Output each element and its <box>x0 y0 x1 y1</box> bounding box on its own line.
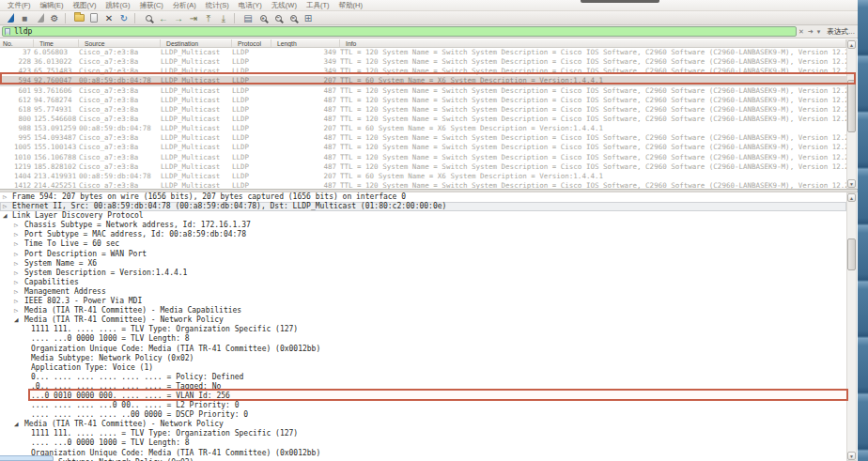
packet-row-988[interactable]: 988153.09125900:a8:59:db:04:78LLDP_Multi… <box>0 124 846 133</box>
menu-item-7[interactable]: 电话(Y) <box>234 0 267 10</box>
zoom-100-icon[interactable]: = <box>287 12 301 24</box>
menu-item-2[interactable]: 视图(V) <box>69 0 101 10</box>
collapse-icon[interactable]: ◢ <box>3 211 8 221</box>
detail-line-17[interactable]: Media Subtype: Network Policy (0x02) <box>0 354 846 363</box>
menu-item-0[interactable]: 文件(F) <box>3 0 36 10</box>
detail-line-16[interactable]: Organization Unique Code: Media (TIA TR-… <box>0 345 846 354</box>
capture-options-icon[interactable]: ⚙ <box>48 12 62 24</box>
packet-row-37[interactable]: 376.056803Cisco_a7:e3:8aLLDP_MulticastLL… <box>0 48 846 57</box>
packet-row-618[interactable]: 61895.774931Cisco_a7:e3:8aLLDP_Multicast… <box>0 105 846 115</box>
scroll-up-icon[interactable]: ▲ <box>847 40 856 49</box>
column-header-protocol[interactable]: Protocol <box>232 39 271 47</box>
packet-row-800[interactable]: 800125.546608Cisco_a7:e3:8aLLDP_Multicas… <box>0 115 846 124</box>
expand-icon[interactable]: ▷ <box>14 239 18 249</box>
detail-line-24[interactable]: ◢Media (TIA TR-41 Committee) - Network P… <box>0 420 846 429</box>
packet-list-scrollbar[interactable]: ▲ ▼ <box>846 39 857 189</box>
scroll-down-icon[interactable]: ▼ <box>847 179 856 188</box>
menu-item-10[interactable]: 帮助(H) <box>334 0 367 10</box>
scrollbar-thumb[interactable] <box>847 80 856 132</box>
detail-line-26[interactable]: .... ...0 0000 1000 = TLV Length: 8 <box>0 438 846 448</box>
detail-line-12[interactable]: ▷Media (TIA TR-41 Committee) - Media Cap… <box>0 306 846 315</box>
expand-icon[interactable]: ▷ <box>14 230 18 239</box>
detail-line-8[interactable]: ▷System Description = Version:1.4.4.1 <box>0 269 846 278</box>
expand-icon[interactable]: ▷ <box>14 278 18 287</box>
packet-row-612[interactable]: 61294.768274Cisco_a7:e3:8aLLDP_Multicast… <box>0 96 846 105</box>
scrollbar-thumb[interactable] <box>847 238 856 270</box>
restart-capture-icon[interactable] <box>33 12 47 24</box>
expand-icon[interactable]: ▷ <box>14 269 18 278</box>
zoom-out-icon[interactable]: − <box>271 12 286 24</box>
open-file-icon[interactable] <box>72 12 86 24</box>
detail-line-15[interactable]: .... ...0 0000 1000 = TLV Length: 8 <box>0 334 846 344</box>
reload-icon[interactable]: ↻ <box>117 12 132 24</box>
filter-add-button[interactable]: + <box>834 27 845 37</box>
go-to-last-icon[interactable]: ⤓ <box>217 12 231 24</box>
display-filter-input[interactable]: lldp <box>2 26 797 37</box>
detail-line-10[interactable]: ▷Management Address <box>0 287 846 297</box>
collapse-icon[interactable]: ◢ <box>14 420 19 429</box>
expand-icon[interactable]: ▷ <box>14 221 18 230</box>
detail-line-7[interactable]: ▷System Name = X6 <box>0 259 846 269</box>
detail-line-3[interactable]: ▷Chassis Subtype = Network address, Id: … <box>0 221 846 230</box>
menu-item-6[interactable]: 统计(S) <box>201 0 234 10</box>
zoom-in-icon[interactable]: + <box>256 12 271 24</box>
find-packet-icon[interactable] <box>142 12 156 24</box>
menu-item-4[interactable]: 捕获(C) <box>134 0 167 10</box>
go-forward-icon[interactable]: → <box>172 12 186 24</box>
detail-line-18[interactable]: Application Type: Voice (1) <box>0 363 846 373</box>
menu-item-8[interactable]: 无线(W) <box>267 0 302 10</box>
expand-icon[interactable]: ▷ <box>3 202 7 211</box>
detail-line-28[interactable]: Media Subtype: Network Policy (0x02) <box>0 458 846 461</box>
menu-item-1[interactable]: 编辑(E) <box>36 0 69 10</box>
menu-item-5[interactable]: 分析(A) <box>168 0 201 10</box>
menu-item-9[interactable]: 工具(T) <box>302 0 334 10</box>
detail-line-11[interactable]: ▷IEEE 802.3 - Power Via MDI <box>0 297 846 306</box>
packet-row-601[interactable]: 60193.761606Cisco_a7:e3:8aLLDP_Multicast… <box>0 86 846 96</box>
details-scrollbar[interactable]: ▲ ▼ <box>846 192 857 461</box>
expand-icon[interactable]: ▷ <box>14 250 18 259</box>
collapse-icon[interactable]: ◢ <box>14 315 19 325</box>
expand-icon[interactable]: ▷ <box>14 287 18 297</box>
filter-clear-icon[interactable]: ✕ <box>797 26 806 37</box>
column-header-length[interactable]: Length <box>271 39 340 47</box>
packet-row-995[interactable]: 995154.093487Cisco_a7:e3:8aLLDP_Multicas… <box>0 133 846 143</box>
detail-line-13[interactable]: ◢Media (TIA TR-41 Committee) - Network P… <box>0 315 846 325</box>
close-file-icon[interactable]: ✕ <box>102 12 116 24</box>
save-file-icon[interactable] <box>87 12 101 24</box>
detail-line-4[interactable]: ▷Port Subtype = MAC address, Id: 00:a8:5… <box>0 230 846 239</box>
detail-line-25[interactable]: 1111 111. .... .... = TLV Type: Organiza… <box>0 429 846 438</box>
detail-line-22[interactable]: .... .... .... ...0 00.. .... = L2 Prior… <box>0 401 846 410</box>
go-to-packet-icon[interactable]: ⇥ <box>187 12 201 24</box>
go-back-icon[interactable]: ← <box>157 12 171 24</box>
column-header-no[interactable]: No. <box>0 39 34 47</box>
detail-line-0[interactable]: ▷Frame 594: 207 bytes on wire (1656 bits… <box>0 192 846 202</box>
stop-capture-icon[interactable]: ■ <box>18 12 32 24</box>
detail-line-27[interactable]: Organization Unique Code: Media (TIA TR-… <box>0 449 846 458</box>
packet-row-1005[interactable]: 1005155.100143Cisco_a7:e3:8aLLDP_Multica… <box>0 143 846 152</box>
packet-row-1404[interactable]: 1404213.41993100:a8:59:db:04:78LLDP_Mult… <box>0 172 846 181</box>
packet-row-1219[interactable]: 1219185.828102Cisco_a7:e3:8aLLDP_Multica… <box>0 162 846 172</box>
packet-row-228[interactable]: 22836.013022Cisco_a7:e3:8aLLDP_Multicast… <box>0 57 846 67</box>
expand-icon[interactable]: ▷ <box>14 306 18 315</box>
detail-line-23[interactable]: .... .... .... .... ..00 0000 = DSCP Pri… <box>0 410 846 420</box>
detail-line-5[interactable]: ▷Time To Live = 60 sec <box>0 239 846 249</box>
expand-icon[interactable]: ▷ <box>14 259 18 269</box>
scroll-down-icon[interactable]: ▼ <box>847 452 856 460</box>
go-to-first-icon[interactable]: ⤒ <box>202 12 216 24</box>
start-capture-icon[interactable] <box>3 12 17 24</box>
detail-line-2[interactable]: ◢Link Layer Discovery Protocol <box>0 211 846 221</box>
filter-apply-icon[interactable]: ➜ <box>806 26 815 37</box>
detail-line-19[interactable]: 0... .... .... .... .... .... = Policy: … <box>0 373 846 382</box>
column-header-info[interactable]: Info <box>340 39 846 47</box>
detail-line-9[interactable]: ▷Capabilities <box>0 278 846 287</box>
menu-item-3[interactable]: 跳转(G) <box>101 0 135 10</box>
filter-bookmark-icon[interactable] <box>5 28 10 36</box>
expand-icon[interactable]: ▷ <box>14 297 18 306</box>
packet-row-1412[interactable]: 1412214.425251Cisco_a7:e3:8aLLDP_Multica… <box>0 181 846 189</box>
detail-line-1[interactable]: ▷Ethernet II, Src: 00:a8:59:db:04:78 (00… <box>0 202 846 211</box>
resize-columns-icon[interactable]: ⊞ <box>302 12 316 24</box>
colorize-icon[interactable]: ▤ <box>241 12 256 24</box>
expand-icon[interactable]: ▷ <box>3 192 7 202</box>
column-header-source[interactable]: Source <box>79 39 161 47</box>
column-header-destination[interactable]: Destination <box>161 39 232 47</box>
